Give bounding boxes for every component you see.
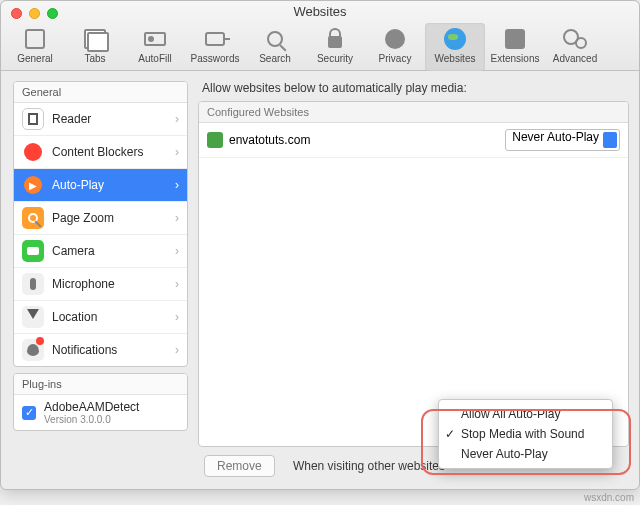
bell-icon — [27, 344, 39, 356]
close-icon[interactable] — [11, 8, 22, 19]
sidebar-item-location[interactable]: Location› — [14, 301, 187, 334]
sidebar-plugin-item[interactable]: ✓ AdobeAAMDetectVersion 3.0.0.0 — [14, 395, 187, 430]
other-websites-label: When visiting other websites — [293, 459, 445, 473]
toolbar-tabs[interactable]: Tabs — [65, 23, 125, 71]
chevron-right-icon: › — [175, 310, 179, 324]
watermark: wsxdn.com — [584, 492, 634, 503]
sidebar-plugins-head: Plug-ins — [14, 374, 187, 395]
row-setting-select[interactable]: Never Auto-Play — [505, 129, 620, 151]
key-icon — [205, 32, 225, 46]
sidebar-general-head: General — [14, 82, 187, 103]
checkbox-icon[interactable]: ✓ — [22, 406, 36, 420]
chevron-right-icon: › — [175, 112, 179, 126]
sidebar-item-notifications[interactable]: Notifications› — [14, 334, 187, 366]
toolbar-advanced[interactable]: Advanced — [545, 23, 605, 71]
lock-icon — [328, 36, 342, 48]
switch-icon — [25, 29, 45, 49]
toolbar-websites[interactable]: Websites — [425, 23, 485, 71]
sidebar-item-microphone[interactable]: Microphone› — [14, 268, 187, 301]
window-title: Websites — [1, 1, 639, 23]
preferences-window: Websites General Tabs AutoFill Passwords… — [0, 0, 640, 490]
toolbar-general[interactable]: General — [5, 23, 65, 71]
panel-head: Configured Websites — [199, 102, 628, 123]
blocker-icon — [24, 143, 42, 161]
toolbar: General Tabs AutoFill Passwords Search S… — [1, 23, 639, 71]
toolbar-passwords[interactable]: Passwords — [185, 23, 245, 71]
traffic-lights — [11, 8, 58, 19]
globe-icon — [444, 28, 466, 50]
microphone-icon — [30, 278, 36, 290]
sidebar-item-auto-play[interactable]: ▶Auto-Play› — [14, 169, 187, 202]
chevron-right-icon: › — [175, 211, 179, 225]
other-websites-menu[interactable]: Allow All Auto-Play Stop Media with Soun… — [438, 399, 613, 469]
badge-icon — [36, 337, 44, 345]
sidebar: General Reader› Content Blockers› ▶Auto-… — [13, 81, 188, 477]
chevron-right-icon: › — [175, 145, 179, 159]
site-favicon-icon — [207, 132, 223, 148]
sidebar-general-group: General Reader› Content Blockers› ▶Auto-… — [13, 81, 188, 367]
hand-icon — [385, 29, 405, 49]
toolbar-extensions[interactable]: Extensions — [485, 23, 545, 71]
sidebar-item-content-blockers[interactable]: Content Blockers› — [14, 136, 187, 169]
chevron-right-icon: › — [175, 244, 179, 258]
puzzle-icon — [505, 29, 525, 49]
sidebar-item-reader[interactable]: Reader› — [14, 103, 187, 136]
sidebar-item-page-zoom[interactable]: Page Zoom› — [14, 202, 187, 235]
tabs-icon — [84, 29, 106, 49]
instruction-text: Allow websites below to automatically pl… — [198, 81, 629, 101]
titlebar: Websites General Tabs AutoFill Passwords… — [1, 1, 639, 71]
zoom-icon — [28, 213, 38, 223]
reader-icon — [28, 113, 38, 125]
chevron-right-icon: › — [175, 277, 179, 291]
toolbar-security[interactable]: Security — [305, 23, 365, 71]
toolbar-autofill[interactable]: AutoFill — [125, 23, 185, 71]
toolbar-privacy[interactable]: Privacy — [365, 23, 425, 71]
play-icon: ▶ — [24, 176, 42, 194]
maximize-icon[interactable] — [47, 8, 58, 19]
chevron-right-icon: › — [175, 343, 179, 357]
menu-option[interactable]: Never Auto-Play — [439, 444, 612, 464]
location-icon — [27, 309, 39, 325]
minimize-icon[interactable] — [29, 8, 40, 19]
gears-icon — [563, 29, 587, 49]
plugin-version: Version 3.0.0.0 — [44, 414, 139, 425]
menu-option[interactable]: Allow All Auto-Play — [439, 404, 612, 424]
site-name: envatotuts.com — [229, 133, 310, 147]
table-row[interactable]: envatotuts.com Never Auto-Play — [199, 123, 628, 158]
sidebar-plugins-group: Plug-ins ✓ AdobeAAMDetectVersion 3.0.0.0 — [13, 373, 188, 431]
toolbar-search[interactable]: Search — [245, 23, 305, 71]
card-icon — [144, 32, 166, 46]
sidebar-item-camera[interactable]: Camera› — [14, 235, 187, 268]
camera-icon — [27, 247, 39, 255]
remove-button[interactable]: Remove — [204, 455, 275, 477]
menu-option[interactable]: Stop Media with Sound — [439, 424, 612, 444]
search-icon — [267, 31, 283, 47]
configured-panel: Configured Websites envatotuts.com Never… — [198, 101, 629, 447]
chevron-right-icon: › — [175, 178, 179, 192]
